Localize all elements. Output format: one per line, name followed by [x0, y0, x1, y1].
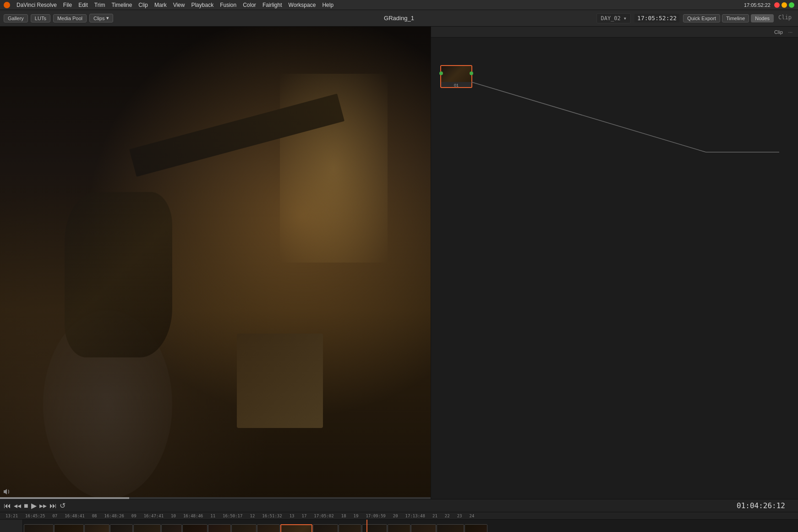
node-header-clip: Clip: [774, 29, 783, 35]
clip-18[interactable]: Blackmagic RAW: [465, 524, 487, 532]
menu-trim[interactable]: Trim: [94, 2, 105, 8]
clip-8[interactable]: Blackmagic RAW: [208, 524, 231, 532]
menu-file[interactable]: File: [63, 2, 72, 8]
ruler-mark: 16:48:26: [101, 514, 128, 518]
ruler-mark: 09: [128, 514, 140, 518]
timeline-name-arrow: ▾: [623, 15, 627, 22]
transport-loop[interactable]: ↺: [60, 501, 66, 510]
clip-12[interactable]: Blackmagic RAW: [313, 524, 338, 532]
volume-icon: [3, 488, 10, 496]
timecode-display: DAY_02 ▾ 17:05:52:22 Quick Export Timeli…: [596, 13, 794, 23]
menu-edit[interactable]: Edit: [78, 2, 88, 8]
node-label: 01: [441, 82, 471, 88]
quick-export-btn[interactable]: Quick Export: [683, 14, 720, 22]
menu-workspace[interactable]: Workspace: [289, 2, 316, 8]
nodes-btn[interactable]: Nodes: [751, 14, 774, 22]
timeline-view-btn[interactable]: Timeline: [722, 14, 749, 22]
node-01[interactable]: 01: [440, 65, 472, 88]
ruler-mark: 17:13:48: [402, 514, 429, 518]
menu-mark[interactable]: Mark: [154, 2, 167, 8]
ruler-mark: 19: [350, 514, 362, 518]
clip-1[interactable]: Blackmagic RAW: [24, 524, 54, 532]
ruler-mark: 17:05:02: [310, 514, 337, 518]
transport-next[interactable]: ⏭: [49, 502, 57, 510]
ruler-mark: 22: [441, 514, 454, 518]
clips-btn[interactable]: Clips ▾: [89, 14, 113, 22]
ruler-mark: 24: [466, 514, 478, 518]
ruler-mark: 11: [207, 514, 219, 518]
clip-14[interactable]: Blackmagic RAW: [362, 524, 387, 532]
clip-label-right: Clip: [776, 14, 794, 22]
ruler-mark: 07: [49, 514, 61, 518]
ruler-mark: 21: [429, 514, 441, 518]
traffic-close[interactable]: [774, 2, 780, 8]
node-menu-btn[interactable]: ···: [787, 28, 794, 36]
clip-3[interactable]: Blackmagic RAW: [84, 524, 109, 532]
ruler-mark: 23: [454, 514, 466, 518]
timeline-ruler: 13:21 16:45:25 07 16:48:41 08 16:48:26 0…: [0, 512, 798, 520]
svg-line-0: [471, 82, 706, 152]
transport-forward[interactable]: ▸▸: [39, 501, 47, 510]
clip-9[interactable]: Blackmagic RAW: [231, 524, 257, 532]
ruler-mark: 17:09:59: [362, 514, 389, 518]
clip-16[interactable]: Blackmagic RAW: [411, 524, 436, 532]
menu-fairlight[interactable]: Fairlight: [262, 2, 282, 8]
ruler-mark: 16:47:41: [140, 514, 167, 518]
media-pool-btn[interactable]: Media Pool: [53, 14, 87, 22]
video-frame: [0, 27, 431, 499]
guitar-scene: [0, 27, 431, 499]
menu-fusion[interactable]: Fusion: [220, 2, 236, 8]
transport-back[interactable]: ◂◂: [14, 501, 21, 510]
node-editor: Clip ··· 01: [431, 27, 798, 499]
transport-stop[interactable]: ■: [24, 502, 28, 510]
ruler-mark: 13: [286, 514, 298, 518]
clip-2[interactable]: Blackmagic RAW: [54, 524, 84, 532]
ruler-mark: 10: [167, 514, 180, 518]
menu-clip[interactable]: Clip: [138, 2, 148, 8]
gallery-btn[interactable]: Gallery: [4, 14, 28, 22]
node-connections: [431, 38, 798, 499]
clips-label: Clips: [93, 16, 104, 21]
clip-10[interactable]: Blackmagic RAW: [257, 524, 280, 532]
playhead[interactable]: [366, 520, 367, 532]
clip-13[interactable]: Blackmagic RAW: [339, 524, 361, 532]
clips-arrow: ▾: [106, 15, 109, 21]
clip-7[interactable]: Blackmagic RAW: [182, 524, 208, 532]
clips-row: Blackmagic RAW Blackmagic RAW Blackmagic…: [23, 520, 798, 532]
menu-playback[interactable]: Playback: [191, 2, 213, 8]
traffic-fullscreen[interactable]: [789, 2, 794, 8]
main-layout: Clip ··· 01: [0, 27, 798, 499]
timecode-value: 17:05:52:22: [634, 14, 679, 22]
app-logo: [4, 2, 10, 8]
ruler-mark: 16:50:17: [219, 514, 246, 518]
traffic-minimize[interactable]: [782, 2, 787, 8]
ruler-mark: 08: [88, 514, 101, 518]
menu-view[interactable]: View: [173, 2, 185, 8]
node-canvas[interactable]: 01: [431, 38, 798, 499]
transport-prev[interactable]: ⏮: [4, 502, 11, 510]
node-input-dot[interactable]: [439, 71, 443, 75]
ruler-mark: 20: [389, 514, 402, 518]
transport-play[interactable]: ▶: [31, 501, 37, 510]
clip-17[interactable]: Blackmagic RAW: [437, 524, 464, 532]
ruler-mark: 16:48:46: [180, 514, 207, 518]
menu-color[interactable]: Color: [243, 2, 256, 8]
track-label-v1: V1: [0, 520, 23, 532]
luts-btn[interactable]: LUTs: [31, 14, 50, 22]
video-preview: [0, 27, 431, 499]
clip-6[interactable]: Blackmagic RAW: [161, 524, 182, 532]
top-toolbar: Gallery LUTs Media Pool Clips ▾ GRading_…: [0, 10, 798, 27]
menu-timeline[interactable]: Timeline: [111, 2, 132, 8]
node-output-dot[interactable]: [470, 71, 473, 75]
clip-5[interactable]: Blackmagic RAW: [133, 524, 161, 532]
menu-davinci[interactable]: DaVinci Resolve: [16, 2, 57, 8]
clip-15[interactable]: Blackmagic RAW: [388, 524, 410, 532]
menu-help[interactable]: Help: [322, 2, 333, 8]
timeline-section: ⏮ ◂◂ ■ ▶ ▸▸ ⏭ ↺ 01:04:26:12 13:21 16:45:…: [0, 499, 798, 532]
clip-4[interactable]: Blackmagic RAW: [110, 524, 133, 532]
clip-active[interactable]: Blackmagic RAW: [280, 524, 312, 532]
node-editor-header: Clip ···: [431, 27, 798, 38]
project-title: GRading_1: [384, 15, 414, 22]
toolbar-left: Gallery LUTs Media Pool Clips ▾: [4, 14, 113, 22]
timeline-timecode: 01:04:26:12: [737, 501, 785, 510]
